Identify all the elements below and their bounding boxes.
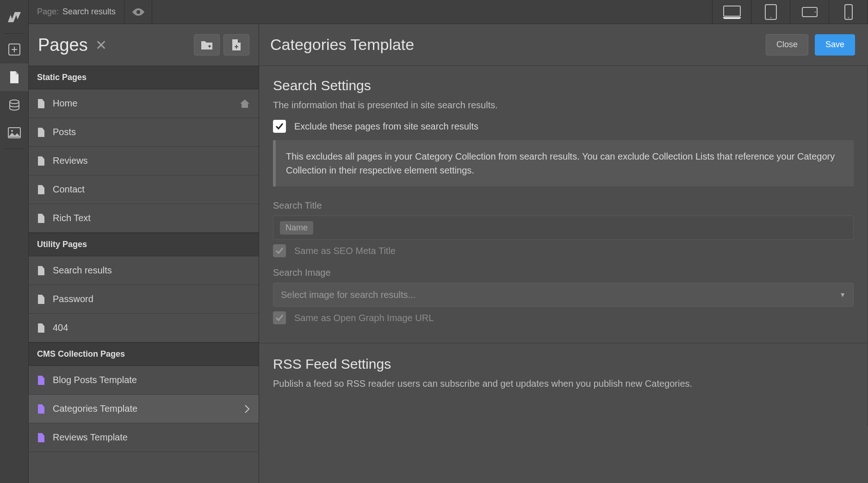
exclude-info-callout: This excludes all pages in your Category… — [273, 140, 854, 186]
current-page-name[interactable]: Search results — [62, 7, 116, 17]
device-tablet-button[interactable] — [751, 0, 790, 24]
dropdown-caret-icon: ▼ — [839, 291, 846, 298]
same-og-image-checkbox[interactable] — [273, 311, 286, 324]
pages-panel-title: Pages — [38, 35, 88, 55]
page-item-404[interactable]: 404 — [29, 314, 259, 342]
svg-point-3 — [11, 130, 13, 132]
webflow-logo[interactable] — [0, 4, 28, 31]
page-item-posts[interactable]: Posts — [29, 118, 259, 147]
page-item-rich-text[interactable]: Rich Text — [29, 204, 259, 233]
save-button[interactable]: Save — [815, 34, 855, 56]
page-item-label: Blog Posts Template — [53, 375, 137, 385]
page-item-label: Search results — [53, 265, 112, 276]
new-page-button[interactable] — [223, 34, 249, 56]
exclude-pages-checkbox-row[interactable]: Exclude these pages from site search res… — [273, 120, 854, 133]
close-button[interactable]: Close — [766, 34, 808, 56]
page-item-label: 404 — [53, 322, 68, 333]
same-og-image-label: Same as Open Graph Image URL — [294, 313, 434, 323]
add-element-icon[interactable] — [0, 36, 28, 63]
home-icon — [239, 99, 250, 109]
search-settings-heading: Search Settings — [273, 78, 854, 93]
cms-icon[interactable] — [0, 91, 28, 119]
search-image-placeholder: Select image for search results... — [281, 290, 415, 300]
page-prefix-label: Page: — [37, 7, 59, 17]
page-item-home[interactable]: Home — [29, 89, 259, 118]
same-meta-title-row[interactable]: Same as SEO Meta Title — [273, 244, 854, 257]
section-cms-header: CMS Collection Pages — [29, 342, 259, 366]
search-title-token: Name — [280, 221, 313, 235]
search-title-input[interactable]: Name — [273, 216, 854, 240]
search-image-label: Search Image — [273, 267, 854, 278]
search-image-select[interactable]: Select image for search results... ▼ — [273, 283, 854, 307]
page-item-label: Home — [53, 98, 77, 109]
svg-point-8 — [814, 11, 816, 12]
search-title-label: Search Title — [273, 200, 854, 211]
page-item-reviews[interactable]: Reviews — [29, 147, 259, 175]
assets-icon[interactable] — [0, 119, 28, 147]
same-og-image-row[interactable]: Same as Open Graph Image URL — [273, 311, 854, 324]
page-item-label: Contact — [53, 184, 85, 195]
page-item-label: Reviews — [53, 155, 88, 166]
page-item-blog-posts-template[interactable]: Blog Posts Template — [29, 366, 259, 395]
rss-settings-heading: RSS Feed Settings — [273, 356, 854, 372]
exclude-pages-label: Exclude these pages from site search res… — [294, 121, 478, 132]
device-phone-button[interactable] — [829, 0, 868, 24]
svg-point-1 — [10, 100, 19, 104]
page-item-label: Password — [53, 294, 93, 304]
svg-rect-4 — [724, 6, 740, 16]
pages-icon[interactable] — [0, 63, 28, 91]
svg-point-10 — [848, 17, 849, 18]
new-folder-button[interactable] — [194, 34, 220, 56]
page-item-reviews-template[interactable]: Reviews Template — [29, 423, 259, 452]
page-item-label: Rich Text — [53, 213, 91, 223]
page-item-label: Reviews Template — [53, 432, 128, 443]
search-settings-description: The information that is presented in sit… — [273, 100, 854, 111]
rss-settings-description: Publish a feed so RSS reader users can s… — [273, 378, 854, 389]
exclude-pages-checkbox[interactable] — [273, 120, 286, 133]
settings-title: Categories Template — [270, 36, 414, 54]
device-desktop-button[interactable] — [713, 0, 751, 24]
section-utility-header: Utility Pages — [29, 233, 259, 256]
page-item-label: Posts — [53, 127, 76, 137]
page-item-contact[interactable]: Contact — [29, 175, 259, 204]
page-item-categories-template[interactable]: Categories Template — [29, 395, 259, 423]
page-item-password[interactable]: Password — [29, 285, 259, 314]
svg-point-6 — [770, 17, 771, 18]
page-item-label: Categories Template — [53, 403, 137, 414]
device-tablet-landscape-button[interactable] — [790, 0, 829, 24]
chevron-right-icon — [244, 404, 250, 414]
preview-toggle[interactable] — [124, 0, 152, 24]
same-meta-title-checkbox[interactable] — [273, 244, 286, 257]
same-meta-title-label: Same as SEO Meta Title — [294, 246, 396, 256]
page-item-search-results[interactable]: Search results — [29, 256, 259, 285]
section-static-header: Static Pages — [29, 66, 259, 89]
close-panel-icon[interactable]: ✕ — [95, 37, 107, 53]
